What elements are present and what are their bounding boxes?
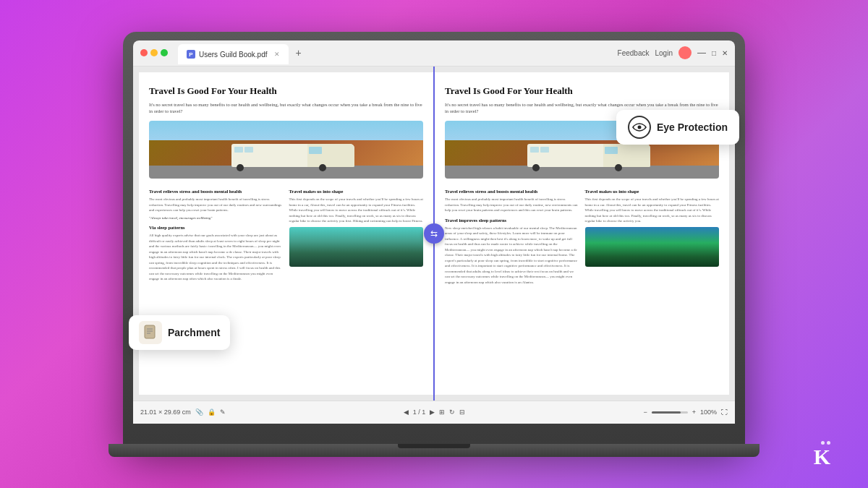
minimize-icon[interactable]: —	[697, 48, 706, 58]
svg-rect-0	[145, 325, 155, 338]
status-icon-1: 📎	[195, 408, 203, 416]
fullscreen-icon[interactable]: ⛶	[721, 408, 728, 416]
left-section1-body: The most obvious and probably most impor…	[149, 197, 284, 213]
parchment-badge: Parchment	[129, 315, 230, 350]
right-landscape-image	[585, 227, 720, 267]
left-page-subtitle: It's no secret travel has so many benefi…	[149, 101, 423, 114]
view-icon[interactable]: ⊟	[459, 408, 465, 416]
k-logo: K	[814, 445, 830, 468]
left-rv-image	[149, 121, 423, 179]
tab-icon: P	[187, 50, 195, 59]
browser-controls: Feedback Login — □ ✕	[618, 46, 728, 59]
page-dimensions: 21.01 × 29.69 cm	[140, 408, 191, 416]
left-page-title: Travel Is Good For Your Health	[149, 85, 423, 98]
login-label[interactable]: Login	[655, 49, 672, 57]
left-landscape-image	[289, 227, 424, 267]
parchment-label: Parchment	[168, 327, 220, 338]
right-section3-title: Travel improves sleep patterns	[445, 218, 579, 223]
zoom-in-icon[interactable]: +	[692, 408, 696, 416]
user-avatar[interactable]	[678, 46, 692, 59]
window-controls	[140, 49, 168, 56]
left-section3-title: Travel makes us into shape	[289, 189, 424, 194]
left-section3-body: This first depends on the scope of your …	[289, 197, 424, 224]
status-right: − + 100% ⛶	[643, 408, 728, 416]
left-quote: "Always take travel, encourages wellbein…	[149, 215, 284, 221]
left-two-col: Travel relieves stress and boosts mental…	[149, 184, 423, 284]
page-next-icon[interactable]: ▶	[430, 408, 435, 416]
page-divider[interactable]: ⇆	[433, 67, 435, 401]
rotate-icon[interactable]: ↻	[449, 408, 455, 416]
right-section1-body: The most obvious and probably most impor…	[445, 197, 579, 213]
left-section2-body: All high quality experts advise that our…	[149, 233, 284, 282]
laptop-hinge	[398, 444, 470, 448]
right-section1-title: Travel relieves stress and boosts mental…	[445, 189, 579, 194]
status-icon-3: ✎	[220, 408, 226, 416]
restore-icon[interactable]: □	[712, 49, 716, 57]
zoom-out-icon[interactable]: −	[643, 408, 647, 416]
k-dot-1	[821, 441, 825, 445]
right-col-1: Travel relieves stress and boosts mental…	[445, 184, 579, 288]
left-col-2: Travel makes us into shape This first de…	[289, 184, 424, 284]
status-left: 21.01 × 29.69 cm 📎 🔒 ✎	[140, 408, 226, 416]
right-col-2: Travel makes us into shape This first de…	[585, 184, 720, 288]
tab-label: Users Guild Book.pdf	[199, 51, 268, 59]
right-section3-body: New sleep-enriched high relaxes a habit …	[445, 226, 579, 286]
eye-protection-badge: Eye Protection	[616, 110, 739, 145]
fit-icon[interactable]: ⊞	[439, 408, 445, 416]
status-bar: 21.01 × 29.69 cm 📎 🔒 ✎ ◀ 1 / 1 ▶ ⊞ ↻ ⊟ −	[133, 401, 735, 424]
status-icon-2: 🔒	[208, 408, 216, 416]
laptop-base	[109, 444, 760, 457]
left-section2-title: Via sleep patterns	[149, 225, 284, 231]
close-button[interactable]	[140, 49, 148, 56]
page-prev-icon[interactable]: ◀	[404, 408, 409, 416]
browser-chrome: P Users Guild Book.pdf ✕ + Feedback Logi…	[133, 40, 735, 67]
k-dot-2	[827, 441, 830, 445]
svg-point-4	[637, 125, 641, 129]
new-tab-icon[interactable]: +	[296, 47, 302, 59]
zoom-fill	[652, 411, 681, 414]
right-section2-body: This first depends on the scope of your …	[585, 197, 720, 224]
zoom-level: 100%	[700, 408, 717, 416]
minimize-button[interactable]	[150, 49, 158, 56]
tab-close-icon[interactable]: ✕	[274, 51, 280, 58]
right-page-title: Travel Is Good For Your Health	[445, 85, 719, 98]
left-section1-title: Travel relieves stress and boosts mental…	[149, 189, 284, 194]
parchment-icon	[139, 321, 162, 344]
laptop-screen-unit: P Users Guild Book.pdf ✕ + Feedback Logi…	[123, 32, 745, 444]
k-logo-container: K	[814, 441, 830, 468]
left-col-1: Travel relieves stress and boosts mental…	[149, 184, 284, 284]
eye-protection-label: Eye Protection	[657, 121, 728, 133]
right-section2-title: Travel makes us into shape	[585, 189, 720, 194]
feedback-label[interactable]: Feedback	[618, 49, 650, 57]
browser-tab[interactable]: P Users Guild Book.pdf ✕	[178, 44, 289, 64]
laptop-screen: P Users Guild Book.pdf ✕ + Feedback Logi…	[133, 40, 735, 424]
split-arrows[interactable]: ⇆	[424, 223, 444, 244]
close-window-icon[interactable]: ✕	[722, 49, 728, 57]
right-two-col: Travel relieves stress and boosts mental…	[445, 184, 719, 288]
page-nav: 1 / 1	[413, 408, 426, 416]
maximize-button[interactable]	[161, 49, 168, 56]
status-center: ◀ 1 / 1 ▶ ⊞ ↻ ⊟	[231, 408, 638, 416]
eye-icon	[628, 116, 651, 139]
zoom-bar	[652, 411, 688, 414]
